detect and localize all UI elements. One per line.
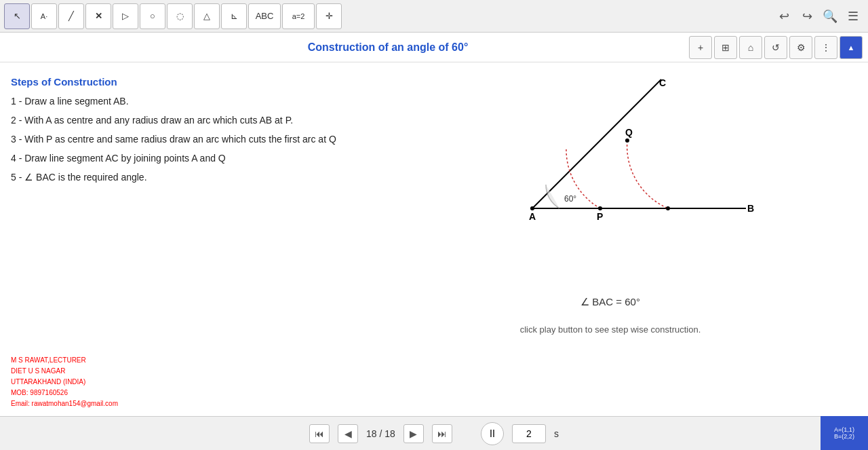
author-institute: DIET U S NAGAR: [11, 366, 118, 377]
step-1: 1 - Draw a line segment AB.: [11, 96, 363, 107]
svg-text:C: C: [659, 77, 666, 88]
undo-button[interactable]: ↩: [773, 5, 795, 27]
author-email: Email: rawatmohan154@gmail.com: [11, 398, 118, 409]
tool-line-segment[interactable]: ╱: [58, 3, 84, 29]
svg-point-9: [666, 206, 670, 210]
svg-point-10: [598, 206, 602, 210]
first-page-button[interactable]: ⏮: [309, 424, 330, 443]
step-4: 4 - Draw line segment AC by joining poin…: [11, 153, 363, 164]
steps-list: 1 - Draw a line segment AB. 2 - With A a…: [11, 96, 363, 183]
step-5: 5 - ∠ BAC is the required angle.: [11, 172, 363, 183]
main-content: Steps of Construction 1 - Draw a line se…: [0, 62, 868, 416]
construction-title: Construction of an angle of 60°: [87, 41, 689, 54]
tool-polygon[interactable]: △: [194, 3, 220, 29]
steps-title: Steps of Construction: [11, 76, 363, 88]
search-button[interactable]: 🔍: [819, 5, 841, 27]
coord-a: A=(1,1): [834, 426, 854, 433]
coord-b: B=(2,2): [834, 433, 854, 440]
tool-point[interactable]: A·: [31, 3, 57, 29]
settings-button[interactable]: ⚙: [789, 36, 812, 59]
geometry-diagram: A B P Q C 60°: [461, 76, 760, 293]
tool-conic[interactable]: ◌: [167, 3, 193, 29]
bottom-bar: ⏮ ◀ 18 / 18 ▶ ⏭ ⏸ s: [0, 416, 868, 450]
home-button[interactable]: ⌂: [739, 36, 762, 59]
step-3: 3 - With P as centre and same radius dra…: [11, 134, 363, 145]
angle-label: ∠ BAC = 60°: [580, 296, 640, 308]
prev-page-button[interactable]: ◀: [338, 424, 358, 443]
tool-ray[interactable]: ▷: [113, 3, 138, 29]
svg-line-1: [532, 79, 661, 208]
second-bar-right: + ⊞ ⌂ ↺ ⚙ ⋮ ▲: [689, 36, 863, 59]
svg-text:B: B: [747, 203, 754, 214]
second-bar: Construction of an angle of 60° + ⊞ ⌂ ↺ …: [0, 33, 868, 62]
tool-circle[interactable]: ○: [140, 3, 165, 29]
svg-point-11: [625, 138, 629, 143]
svg-text:Q: Q: [625, 127, 633, 138]
redo-button[interactable]: ↪: [796, 5, 818, 27]
author-name: M S RAWAT,LECTURER: [11, 355, 118, 366]
svg-point-8: [530, 206, 534, 210]
author-mob: MOB: 9897160526: [11, 388, 118, 398]
toolbar: ↖ A· ╱ ✕ ▷ ○ ◌ △ ⊾ ABC a=2 ✛ ↩ ↪ 🔍 ☰: [0, 0, 868, 33]
svg-text:60°: 60°: [564, 194, 576, 204]
grid-button[interactable]: ⊞: [714, 36, 737, 59]
right-panel: A B P Q C 60° ∠ BAC = 60° click play but…: [363, 69, 857, 409]
more-button[interactable]: ⋮: [814, 36, 837, 59]
author-state: UTTARAKHAND (INDIA): [11, 377, 118, 388]
rotate-button[interactable]: ↺: [764, 36, 787, 59]
tool-text[interactable]: ABC: [248, 3, 281, 29]
tool-cursor[interactable]: ↖: [4, 3, 30, 29]
menu-button[interactable]: ☰: [842, 5, 864, 27]
speed-unit: s: [554, 428, 559, 439]
next-page-button[interactable]: ▶: [403, 424, 424, 443]
last-page-button[interactable]: ⏭: [432, 424, 452, 443]
play-hint: click play button to see step wise const…: [520, 324, 701, 335]
step-2: 2 - With A as centre and any radius draw…: [11, 115, 363, 126]
author-info: M S RAWAT,LECTURER DIET U S NAGAR UTTARA…: [11, 355, 118, 409]
geogebra-button[interactable]: ▲: [840, 36, 863, 59]
bottom-right-widget: A=(1,1) B=(2,2): [821, 416, 868, 450]
svg-text:A: A: [529, 211, 536, 222]
page-indicator: 18 / 18: [366, 428, 395, 439]
speed-input[interactable]: [512, 424, 546, 443]
tool-perpendicular[interactable]: ⊾: [221, 3, 247, 29]
play-pause-button[interactable]: ⏸: [481, 422, 504, 445]
tool-line[interactable]: ✕: [85, 3, 111, 29]
tool-slider[interactable]: a=2: [282, 3, 315, 29]
tool-move[interactable]: ✛: [316, 3, 342, 29]
add-button[interactable]: +: [689, 36, 712, 59]
svg-text:P: P: [597, 211, 603, 222]
